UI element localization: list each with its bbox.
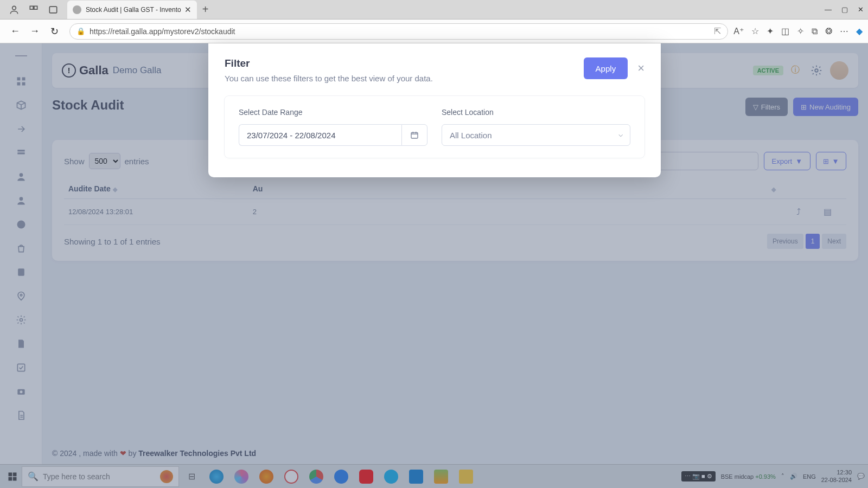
svg-rect-3 <box>49 7 56 13</box>
new-tab-button[interactable]: + <box>202 3 209 16</box>
profile-icon[interactable] <box>9 4 20 15</box>
svg-rect-1 <box>30 6 33 9</box>
date-range-input[interactable] <box>239 124 401 146</box>
calendar-icon[interactable] <box>401 124 427 146</box>
browser-tab-strip: Stock Audit | Galla GST - Invento ✕ + — … <box>0 0 868 20</box>
favicon <box>73 5 81 14</box>
location-select[interactable]: All Location <box>442 124 630 146</box>
extensions-icon[interactable]: ✦ <box>767 26 774 36</box>
open-external-icon[interactable]: ⇱ <box>714 26 721 36</box>
svg-rect-20 <box>411 132 418 138</box>
reload-button[interactable]: ↻ <box>47 24 62 39</box>
apply-button[interactable]: Apply <box>584 57 628 79</box>
split-icon[interactable]: ◫ <box>781 26 789 36</box>
url-text: https://retail.galla.app/mystorev2/stock… <box>90 27 714 36</box>
extension-2-icon[interactable]: ❂ <box>825 26 832 36</box>
browser-tab[interactable]: Stock Audit | Galla GST - Invento ✕ <box>67 1 197 19</box>
modal-title: Filter <box>225 57 433 69</box>
forward-button[interactable]: → <box>27 24 42 39</box>
svg-rect-2 <box>34 6 37 9</box>
collections-icon[interactable]: ⧉ <box>812 27 818 36</box>
tab-close-icon[interactable]: ✕ <box>184 5 192 15</box>
modal-subtitle: You can use these filters to get the bes… <box>225 74 433 83</box>
workspaces-icon[interactable] <box>28 4 39 15</box>
close-window-button[interactable]: ✕ <box>858 5 864 14</box>
tab-actions-icon[interactable] <box>48 4 59 15</box>
copilot-icon[interactable]: ◆ <box>856 26 863 36</box>
back-button[interactable]: ← <box>8 24 23 39</box>
date-range-label: Select Date Range <box>239 108 427 117</box>
lock-icon: 🔒 <box>76 27 85 35</box>
more-icon[interactable]: ⋯ <box>840 26 848 36</box>
minimize-button[interactable]: — <box>825 5 832 14</box>
page-viewport: ! Galla Demo Galla ACTIVE ⓘ Stock Audit … <box>0 43 868 488</box>
close-icon[interactable]: × <box>637 61 644 75</box>
maximize-button[interactable]: ▢ <box>841 5 848 14</box>
favorites-bar-icon[interactable]: ✧ <box>797 26 804 36</box>
location-label: Select Location <box>442 108 630 117</box>
read-aloud-icon[interactable]: A⁺ <box>733 26 744 36</box>
tab-title: Stock Audit | Galla GST - Invento <box>86 6 181 14</box>
url-input[interactable]: 🔒 https://retail.galla.app/mystorev2/sto… <box>69 23 728 40</box>
filter-modal: Filter You can use these filters to get … <box>208 43 661 177</box>
address-bar: ← → ↻ 🔒 https://retail.galla.app/mystore… <box>0 20 868 43</box>
svg-point-0 <box>12 6 16 10</box>
favorite-icon[interactable]: ☆ <box>751 26 759 36</box>
